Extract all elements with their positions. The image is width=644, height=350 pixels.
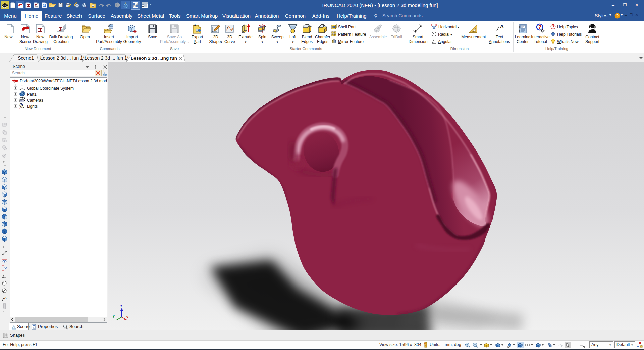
svg-text:D:\data\2020\Word\TECH-NET\Les: D:\data\2020\Word\TECH-NET\Lesson 2 3d m… [20, 79, 107, 83]
svg-text:Global Coordinate System: Global Coordinate System [27, 86, 74, 91]
svg-text:Lesson 2 3d ...ing fun: Lesson 2 3d ...ing fun [131, 56, 177, 61]
svg-text:Cameras: Cameras [27, 98, 43, 103]
svg-text:y: y [113, 314, 115, 318]
svg-text:Scene1: Scene1 [18, 55, 34, 61]
svg-text:?: ? [616, 14, 619, 18]
svg-text:Part1: Part1 [27, 92, 37, 97]
svg-text:Lesson 2 3d ... fun 1*: Lesson 2 3d ... fun 1* [85, 55, 129, 61]
svg-text:Lesson 2 3d ... fun 1*: Lesson 2 3d ... fun 1* [40, 55, 85, 61]
svg-text:A: A [194, 24, 196, 27]
svg-text:?: ? [552, 25, 554, 29]
svg-text:z: z [120, 304, 122, 308]
svg-text:A: A [500, 23, 504, 29]
svg-text:A: A [4, 296, 7, 299]
svg-text:x: x [126, 315, 129, 319]
svg-text:Lights: Lights [27, 104, 38, 109]
